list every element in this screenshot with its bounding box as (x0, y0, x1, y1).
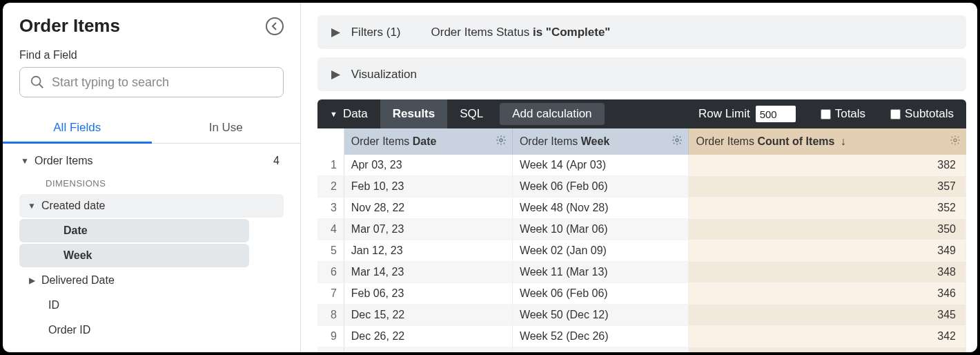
gear-icon[interactable] (672, 135, 683, 148)
spacer (605, 99, 686, 128)
totals-toggle[interactable]: Totals (808, 99, 878, 128)
cell-date[interactable]: Dec 15, 22 (344, 305, 512, 326)
cell-date[interactable]: Feb 10, 23 (344, 176, 512, 198)
subtotals-checkbox[interactable] (890, 109, 901, 119)
cell-count[interactable]: 382 (689, 155, 966, 176)
cell-week[interactable]: Week 10 (Mar 06) (512, 219, 689, 240)
cell-count[interactable]: 352 (689, 198, 966, 219)
cell-date[interactable]: Mar 07, 23 (344, 219, 512, 240)
add-calculation-button[interactable]: Add calculation (500, 103, 604, 125)
row-number: 2 (317, 176, 344, 198)
filters-panel[interactable]: ▶ Filters (1) Order Items Status is "Com… (317, 15, 966, 49)
gear-icon[interactable] (950, 135, 961, 148)
table-row[interactable]: 9Dec 26, 22Week 52 (Dec 26)342 (317, 326, 966, 347)
table-row[interactable]: 6Mar 14, 23Week 11 (Mar 13)348 (317, 262, 966, 283)
row-number: 5 (317, 240, 344, 262)
cell-count[interactable]: 350 (689, 219, 966, 240)
table-row[interactable]: 8Dec 15, 22Week 50 (Dec 12)345 (317, 305, 966, 326)
cell-week[interactable]: Week 07 (Feb 13) (512, 347, 689, 353)
filters-panel-header: ▶ Filters (1) (331, 25, 401, 39)
column-header-count[interactable]: Order Items Count of Items ↓ (689, 128, 966, 155)
field-date[interactable]: Date (19, 219, 249, 242)
table-row[interactable]: 4Mar 07, 23Week 10 (Mar 06)350 (317, 219, 966, 240)
caret-down-icon: ▼ (330, 110, 337, 118)
field-week[interactable]: Week (19, 244, 249, 267)
cell-date[interactable]: Jan 12, 23 (344, 240, 512, 262)
field-label: Date (413, 135, 437, 147)
cell-week[interactable]: Week 48 (Nov 28) (512, 198, 689, 219)
table-body: 1Apr 03, 23Week 14 (Apr 03)3822Feb 10, 2… (317, 155, 966, 352)
row-number: 9 (317, 326, 344, 347)
svg-line-1 (39, 84, 43, 88)
totals-checkbox[interactable] (821, 109, 831, 119)
sort-desc-icon: ↓ (841, 135, 846, 147)
field-label: Count of Items (757, 135, 834, 147)
tab-results[interactable]: Results (380, 99, 447, 128)
field-group-delivered-date[interactable]: ▶ Delivered Date (19, 269, 284, 292)
cell-date[interactable]: Mar 14, 23 (344, 262, 512, 283)
tab-sql[interactable]: SQL (447, 99, 496, 128)
data-dropdown[interactable]: ▼ Data (317, 99, 380, 128)
cell-week[interactable]: Week 06 (Feb 06) (512, 283, 689, 305)
row-limit-label: Row Limit (698, 107, 750, 121)
table-row[interactable]: 10Feb 13, 23Week 07 (Feb 13)340 (317, 347, 966, 353)
column-header-date[interactable]: Order Items Date (344, 128, 512, 155)
cell-count[interactable]: 345 (689, 305, 966, 326)
explore-group-label: Order Items (35, 155, 273, 167)
table-row[interactable]: 3Nov 28, 22Week 48 (Nov 28)352 (317, 198, 966, 219)
cell-count[interactable]: 349 (689, 240, 966, 262)
tab-in-use[interactable]: In Use (152, 113, 301, 143)
app-window: Order Items Find a Field All Fields In U… (3, 3, 977, 352)
row-limit-control: Row Limit (686, 99, 808, 128)
cell-date[interactable]: Dec 26, 22 (344, 326, 512, 347)
totals-label: Totals (835, 107, 865, 121)
field-group-label: Delivered Date (41, 274, 277, 287)
caret-right-icon: ▶ (331, 25, 340, 39)
subtotals-label: Subtotals (905, 107, 954, 121)
cell-date[interactable]: Feb 06, 23 (344, 283, 512, 305)
visualization-panel[interactable]: ▶ Visualization (317, 57, 966, 91)
row-limit-input[interactable] (756, 106, 796, 122)
cell-count[interactable]: 357 (689, 176, 966, 198)
main-panel: ▶ Filters (1) Order Items Status is "Com… (301, 3, 977, 352)
field-picker-sidebar: Order Items Find a Field All Fields In U… (3, 3, 301, 352)
cell-count[interactable]: 348 (689, 262, 966, 283)
cell-count[interactable]: 346 (689, 283, 966, 305)
collapse-sidebar-button[interactable] (266, 17, 284, 35)
field-label: Week (581, 135, 610, 147)
tab-all-fields[interactable]: All Fields (3, 113, 152, 143)
cell-count[interactable]: 342 (689, 326, 966, 347)
table-row[interactable]: 5Jan 12, 23Week 02 (Jan 09)349 (317, 240, 966, 262)
cell-week[interactable]: Week 06 (Feb 06) (512, 176, 689, 198)
subtotals-toggle[interactable]: Subtotals (878, 99, 966, 128)
table-row[interactable]: 2Feb 10, 23Week 06 (Feb 06)357 (317, 176, 966, 198)
field-group-created-date[interactable]: ▼ Created date (19, 194, 284, 218)
cell-week[interactable]: Week 14 (Apr 03) (512, 155, 689, 176)
cell-week[interactable]: Week 11 (Mar 13) (512, 262, 689, 283)
gear-icon[interactable] (496, 135, 507, 148)
caret-down-icon: ▼ (26, 201, 37, 211)
column-header-week[interactable]: Order Items Week (512, 128, 689, 155)
cell-count[interactable]: 340 (689, 347, 966, 353)
caret-down-icon: ▼ (19, 156, 30, 166)
table-row[interactable]: 7Feb 06, 23Week 06 (Feb 06)346 (317, 283, 966, 305)
data-bar: ▼ Data Results SQL Add calculation Row L… (317, 99, 966, 128)
field-order-id[interactable]: Order ID (19, 318, 249, 342)
explore-group-order-items[interactable]: ▼ Order Items 4 (19, 151, 284, 171)
search-input[interactable] (52, 75, 273, 90)
view-label: Order Items (351, 135, 409, 147)
svg-point-3 (676, 139, 678, 142)
table-row[interactable]: 1Apr 03, 23Week 14 (Apr 03)382 (317, 155, 966, 176)
cell-week[interactable]: Week 02 (Jan 09) (512, 240, 689, 262)
cell-date[interactable]: Nov 28, 22 (344, 198, 512, 219)
cell-date[interactable]: Apr 03, 23 (344, 155, 512, 176)
svg-point-4 (954, 139, 957, 142)
search-field-wrapper[interactable] (19, 67, 284, 97)
field-id[interactable]: ID (19, 294, 249, 317)
explore-group-count: 4 (273, 155, 284, 167)
cell-date[interactable]: Feb 13, 23 (344, 347, 512, 353)
cell-week[interactable]: Week 52 (Dec 26) (512, 326, 689, 347)
visualization-panel-header: ▶ Visualization (331, 67, 417, 81)
chevron-left-icon (271, 22, 278, 30)
cell-week[interactable]: Week 50 (Dec 12) (512, 305, 689, 326)
